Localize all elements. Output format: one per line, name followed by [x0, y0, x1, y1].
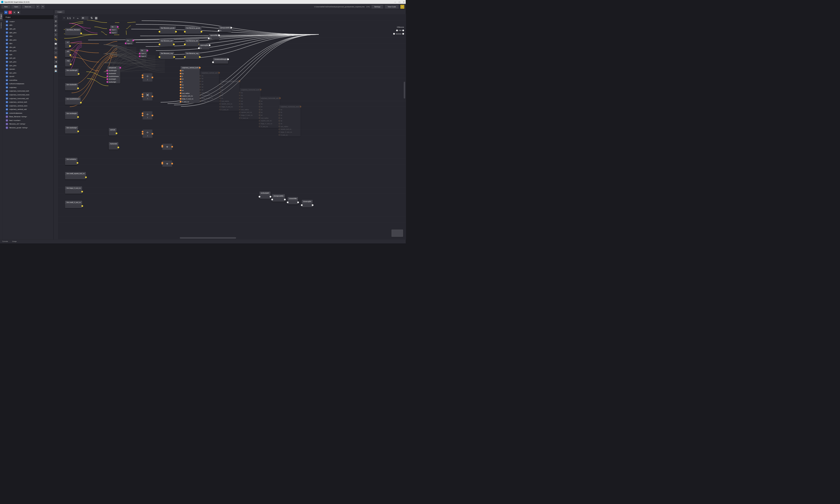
- port[interactable]: [180, 81, 181, 83]
- tree-item[interactable]: mcjvb_pins: [3, 60, 54, 64]
- cube-icon[interactable]: ▦: [95, 16, 98, 20]
- port[interactable]: [118, 147, 119, 148]
- help-icon[interactable]: ?: [54, 51, 58, 55]
- subtract-port[interactable]: [393, 33, 395, 35]
- tree-item[interactable]: mcjvo_pins: [3, 71, 54, 75]
- port[interactable]: [219, 109, 221, 110]
- port[interactable]: [77, 162, 78, 164]
- tree-item[interactable]: mcutjoinery_horizontal_odd: [3, 96, 54, 100]
- port[interactable]: [142, 112, 143, 114]
- port[interactable]: [239, 103, 241, 105]
- scrollbar-v[interactable]: [404, 82, 405, 98]
- port[interactable]: [85, 176, 87, 178]
- tree-item[interactable]: mcjhb_pins: [3, 31, 54, 34]
- graph-node[interactable]: cutjoinery_horizontal_oddbxbybzexeyeztoo…: [260, 96, 280, 128]
- graph-node[interactable]: Get filename_svg: [185, 52, 200, 59]
- port[interactable]: [78, 73, 80, 75]
- port[interactable]: [297, 201, 299, 203]
- op-node[interactable]: ÷2: [143, 111, 153, 120]
- tree-item[interactable]: mcjhe_pins: [3, 38, 54, 42]
- port[interactable]: [199, 97, 201, 99]
- port[interactable]: [239, 109, 241, 110]
- tree-item[interactable]: mcutjoinery_vertical_odd: [3, 108, 54, 111]
- port[interactable]: [199, 56, 201, 58]
- graph-node[interactable]: opensvgfilefn: [199, 44, 210, 50]
- port[interactable]: [139, 55, 141, 57]
- maximize-icon[interactable]: ▢: [399, 1, 400, 3]
- port[interactable]: [142, 131, 143, 133]
- port[interactable]: [260, 89, 262, 91]
- new-button[interactable]: New: [1, 5, 11, 9]
- graph-node[interactable]: vertical: [109, 128, 116, 136]
- tree-item[interactable]: mcuthorizontalpasses: [3, 82, 54, 86]
- port[interactable]: [199, 83, 201, 85]
- tree-item[interactable]: mcjho_pin: [3, 46, 54, 49]
- port[interactable]: [239, 114, 241, 116]
- comment-icon[interactable]: 💬: [54, 42, 58, 46]
- port[interactable]: [77, 116, 79, 118]
- snap-icon[interactable]: ⫠: [76, 16, 79, 20]
- port[interactable]: [106, 73, 108, 74]
- port[interactable]: [219, 103, 221, 105]
- save-icon[interactable]: 💾: [54, 69, 58, 73]
- open-button[interactable]: Open: [11, 5, 21, 9]
- port[interactable]: [278, 128, 280, 130]
- graph-node[interactable]: cutjoinery_horizontal_bothbxbybzexeyezto…: [240, 88, 261, 119]
- port[interactable]: [219, 95, 221, 96]
- graph-node[interactable]: endtoolpath: [260, 192, 270, 199]
- port[interactable]: [284, 199, 286, 201]
- port[interactable]: [199, 80, 201, 82]
- port[interactable]: [239, 100, 241, 102]
- port[interactable]: [278, 109, 280, 110]
- port[interactable]: [77, 131, 79, 132]
- project-tab[interactable]: Project: [0, 13, 3, 21]
- graph-node[interactable]: cutjoinery_vertical_bothbxby0bz0exeyezto…: [180, 66, 199, 103]
- port[interactable]: [278, 131, 280, 133]
- add-port-out[interactable]: [402, 30, 404, 31]
- port[interactable]: [117, 26, 119, 28]
- graph-node[interactable]: .svg: [65, 59, 71, 67]
- zoom-input[interactable]: [81, 16, 88, 20]
- port[interactable]: [219, 89, 221, 91]
- port[interactable]: [106, 81, 108, 83]
- sliders-icon[interactable]: ⚙: [54, 46, 58, 50]
- port[interactable]: [180, 98, 181, 100]
- graph-node[interactable]: StrInput 1: [126, 39, 133, 44]
- graph-node[interactable]: horizontal: [109, 142, 118, 149]
- trash-icon[interactable]: 🗑: [54, 20, 58, 23]
- port[interactable]: [312, 204, 314, 206]
- port[interactable]: [109, 32, 111, 34]
- tab-main[interactable]: <main>: [55, 10, 65, 14]
- tree-item[interactable]: mcjvb: [3, 53, 54, 57]
- align-icon[interactable]: ⇄: [54, 24, 58, 28]
- port[interactable]: [81, 191, 83, 192]
- port[interactable]: [180, 70, 181, 72]
- port[interactable]: [180, 89, 181, 91]
- port[interactable]: [199, 78, 201, 79]
- tree-item[interactable]: mcutcdxfline: [3, 78, 54, 82]
- port[interactable]: [278, 123, 280, 124]
- port[interactable]: [259, 112, 260, 113]
- port[interactable]: [212, 61, 214, 63]
- palette-icon[interactable]: 🎨: [54, 55, 58, 59]
- port[interactable]: [279, 97, 281, 99]
- port[interactable]: [227, 58, 229, 60]
- close-icon[interactable]: ✕: [403, 1, 405, 3]
- tree-item[interactable]: vfilename_gcode <string>: [3, 126, 54, 130]
- graph-node[interactable]: setupstockstocklengthstockwidthstockthic…: [107, 66, 120, 83]
- port[interactable]: [146, 50, 148, 51]
- port[interactable]: [162, 163, 163, 164]
- port[interactable]: [152, 114, 153, 116]
- port[interactable]: [201, 31, 203, 33]
- tree-item[interactable]: vfeed <number>: [3, 119, 54, 122]
- port[interactable]: [162, 146, 163, 147]
- tree-item[interactable]: m<main>: [3, 20, 54, 24]
- graph-node[interactable]: Get stockorigin: [65, 126, 78, 133]
- tree-item[interactable]: mcjvb_pin: [3, 56, 54, 60]
- port[interactable]: [259, 103, 260, 105]
- graph-node[interactable]: movetosafeheight: [213, 58, 228, 64]
- tree-item[interactable]: mcjvodd: [3, 75, 54, 78]
- tree-item[interactable]: mcutjoinery: [3, 86, 54, 89]
- port[interactable]: [278, 112, 280, 113]
- tab-f[interactable]: f: [8, 11, 12, 14]
